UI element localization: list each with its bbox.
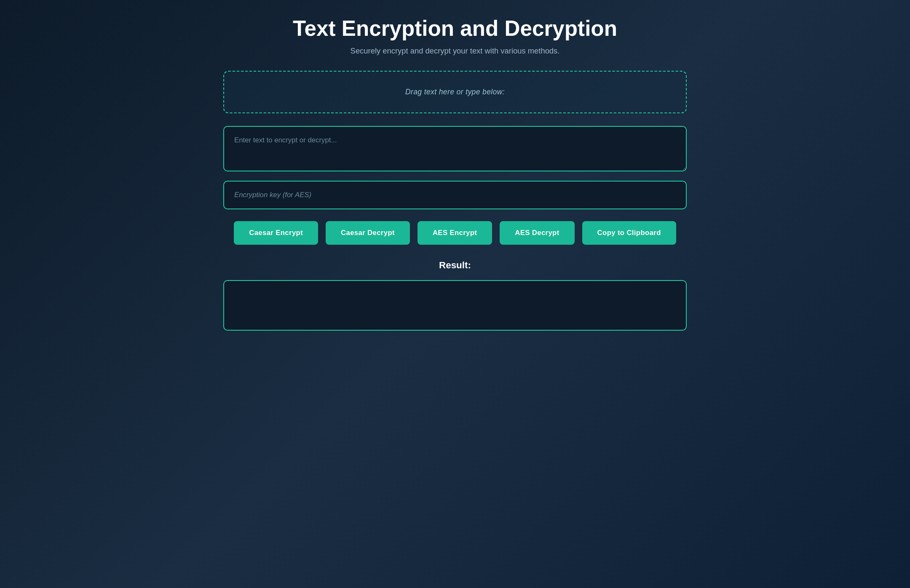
result-label: Result: bbox=[223, 260, 687, 271]
caesar-decrypt-button[interactable]: Caesar Decrypt bbox=[326, 221, 410, 245]
text-input[interactable] bbox=[223, 126, 687, 171]
page-wrapper: Text Encryption and Decryption Securely … bbox=[223, 17, 687, 331]
page-title: Text Encryption and Decryption bbox=[223, 17, 687, 40]
drop-zone-text: Drag text here or type below: bbox=[405, 88, 505, 96]
drop-zone[interactable]: Drag text here or type below: bbox=[223, 71, 687, 113]
aes-decrypt-button[interactable]: AES Decrypt bbox=[500, 221, 574, 245]
buttons-row: Caesar Encrypt Caesar Decrypt AES Encryp… bbox=[223, 221, 687, 245]
copy-clipboard-button[interactable]: Copy to Clipboard bbox=[582, 221, 676, 245]
caesar-encrypt-button[interactable]: Caesar Encrypt bbox=[234, 221, 318, 245]
page-subtitle: Securely encrypt and decrypt your text w… bbox=[223, 46, 687, 56]
result-box bbox=[223, 280, 687, 331]
aes-encrypt-button[interactable]: AES Encrypt bbox=[418, 221, 492, 245]
key-input[interactable] bbox=[223, 181, 687, 209]
